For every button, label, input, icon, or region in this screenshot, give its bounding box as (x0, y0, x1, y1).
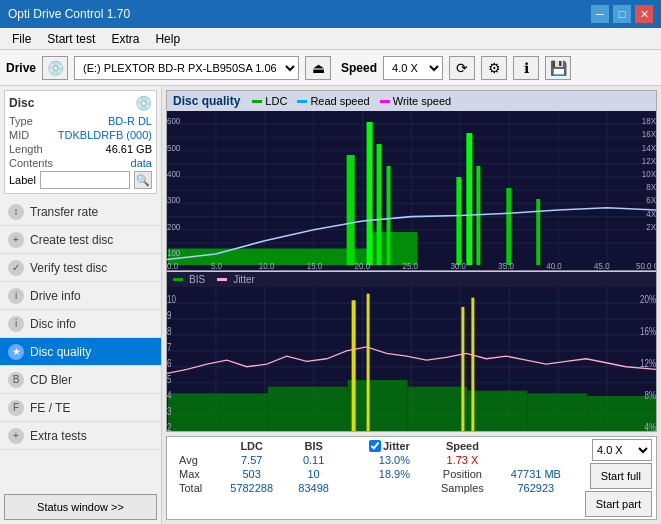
svg-text:5.0: 5.0 (211, 261, 222, 270)
drive-select[interactable]: (E:) PLEXTOR BD-R PX-LB950SA 1.06 (74, 56, 299, 80)
drive-icon-btn[interactable]: 💿 (42, 56, 68, 80)
disc-info-icon: i (8, 316, 24, 332)
sidebar-item-disc-quality[interactable]: ★ Disc quality (0, 338, 161, 366)
speed-select[interactable]: 4.0 X (383, 56, 443, 80)
svg-text:25.0: 25.0 (403, 261, 419, 270)
write-speed-legend-dot (380, 100, 390, 103)
top-chart-svg: 18X 16X 14X 12X 10X 8X 6X 4X 2X 600 500 … (167, 111, 656, 271)
save-button[interactable]: 💾 (545, 56, 571, 80)
sidebar-item-cd-bler[interactable]: B CD Bler (0, 366, 161, 394)
speed-dropdown[interactable]: 4.0 X (592, 439, 652, 461)
fe-te-icon: F (8, 400, 24, 416)
svg-text:18X: 18X (642, 116, 656, 126)
avg-speed: 1.73 X (428, 453, 497, 467)
nav-label-disc-quality: Disc quality (30, 345, 91, 359)
drive-info-icon: i (8, 288, 24, 304)
menu-help[interactable]: Help (147, 30, 188, 48)
maximize-button[interactable]: □ (613, 5, 631, 23)
mid-label: MID (9, 129, 29, 141)
svg-text:8X: 8X (646, 182, 656, 192)
position-value: 47731 MB (497, 467, 575, 481)
info-button[interactable]: ℹ (513, 56, 539, 80)
label-field-label: Label (9, 174, 36, 186)
top-chart: 18X 16X 14X 12X 10X 8X 6X 4X 2X 600 500 … (167, 111, 656, 272)
svg-text:200: 200 (167, 221, 181, 231)
label-input[interactable] (40, 171, 130, 189)
svg-text:7: 7 (167, 340, 171, 352)
eject-button[interactable]: ⏏ (305, 56, 331, 80)
nav-label-verify-test-disc: Verify test disc (30, 261, 107, 275)
disc-type-field: Type BD-R DL (9, 115, 152, 127)
charts-container: 18X 16X 14X 12X 10X 8X 6X 4X 2X 600 500 … (167, 111, 656, 431)
svg-text:10X: 10X (642, 169, 656, 179)
svg-text:10.0: 10.0 (259, 261, 275, 270)
total-ldc: 5782288 (217, 481, 286, 495)
jitter-legend-dot (217, 278, 227, 281)
svg-text:45.0: 45.0 (594, 261, 610, 270)
svg-rect-77 (268, 386, 348, 431)
svg-text:30.0: 30.0 (450, 261, 466, 270)
menu-extra[interactable]: Extra (103, 30, 147, 48)
menu-start-test[interactable]: Start test (39, 30, 103, 48)
svg-text:10: 10 (167, 292, 176, 304)
disc-section-label: Disc (9, 96, 34, 110)
sidebar: Disc 💿 Type BD-R DL MID TDKBLDRFB (000) … (0, 86, 162, 524)
start-full-button[interactable]: Start full (590, 463, 652, 489)
length-value: 46.61 GB (106, 143, 152, 155)
bis-header: BIS (286, 439, 341, 453)
position-label: Position (428, 467, 497, 481)
cd-bler-icon: B (8, 372, 24, 388)
sidebar-item-extra-tests[interactable]: + Extra tests (0, 422, 161, 450)
sidebar-item-create-test-disc[interactable]: + Create test disc (0, 226, 161, 254)
samples-value: 762923 (497, 481, 575, 495)
max-jitter: 18.9% (361, 467, 428, 481)
close-button[interactable]: ✕ (635, 5, 653, 23)
svg-text:4: 4 (167, 388, 171, 400)
contents-label: Contents (9, 157, 53, 169)
legend-read-speed: Read speed (297, 95, 369, 107)
menu-file[interactable]: File (4, 30, 39, 48)
create-test-disc-icon: + (8, 232, 24, 248)
svg-text:4%: 4% (644, 420, 656, 431)
type-label: Type (9, 115, 33, 127)
avg-jitter: 13.0% (361, 453, 428, 467)
svg-rect-76 (168, 393, 268, 431)
toolbar: Drive 💿 (E:) PLEXTOR BD-R PX-LB950SA 1.0… (0, 50, 661, 86)
svg-rect-27 (466, 133, 472, 265)
svg-rect-25 (387, 166, 391, 265)
label-row: Label 🔍 (9, 171, 152, 189)
svg-text:16%: 16% (640, 324, 656, 336)
sidebar-item-fe-te[interactable]: F FE / TE (0, 394, 161, 422)
stats-total-row: Total 5782288 83498 Samples 762923 (171, 481, 575, 495)
disc-mid-field: MID TDKBLDRFB (000) (9, 129, 152, 141)
samples-label: Samples (428, 481, 497, 495)
svg-text:14X: 14X (642, 142, 656, 152)
sidebar-item-drive-info[interactable]: i Drive info (0, 282, 161, 310)
type-value: BD-R DL (108, 115, 152, 127)
refresh-button[interactable]: ⟳ (449, 56, 475, 80)
total-bis: 83498 (286, 481, 341, 495)
svg-text:35.0: 35.0 (498, 261, 514, 270)
chart-panel: Disc quality LDC Read speed Write speed (166, 90, 657, 432)
svg-text:300: 300 (167, 195, 181, 205)
label-button[interactable]: 🔍 (134, 171, 152, 189)
nav-label-create-test-disc: Create test disc (30, 233, 113, 247)
sidebar-item-verify-test-disc[interactable]: ✓ Verify test disc (0, 254, 161, 282)
status-window-button[interactable]: Status window >> (4, 494, 157, 520)
svg-rect-30 (536, 199, 540, 265)
svg-text:50.0 GB: 50.0 GB (636, 261, 656, 270)
svg-rect-79 (408, 386, 468, 431)
nav-label-cd-bler: CD Bler (30, 373, 72, 387)
jitter-checkbox[interactable] (369, 440, 381, 452)
disc-contents-field: Contents data (9, 157, 152, 169)
minimize-button[interactable]: ─ (591, 5, 609, 23)
svg-text:0.0: 0.0 (167, 261, 178, 270)
length-label: Length (9, 143, 43, 155)
sidebar-item-transfer-rate[interactable]: ↕ Transfer rate (0, 198, 161, 226)
chart-header: Disc quality LDC Read speed Write speed (167, 91, 656, 111)
start-part-button[interactable]: Start part (585, 491, 652, 517)
settings-button[interactable]: ⚙ (481, 56, 507, 80)
chart-legend: LDC Read speed Write speed (252, 95, 451, 107)
verify-test-disc-icon: ✓ (8, 260, 24, 276)
sidebar-item-disc-info[interactable]: i Disc info (0, 310, 161, 338)
